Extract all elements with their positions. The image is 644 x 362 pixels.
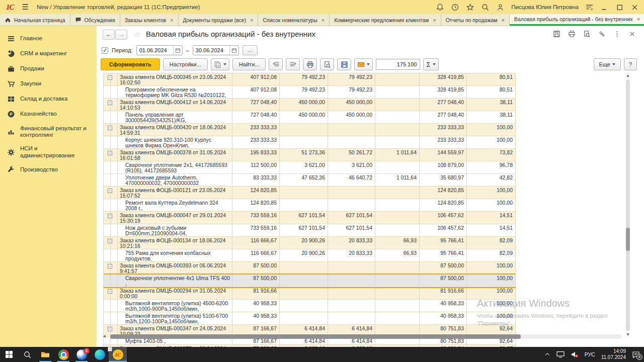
close-tab-icon[interactable] — [628, 30, 636, 38]
value-cell-3[interactable] — [375, 136, 420, 148]
value-cell-1[interactable]: 450 000,00 — [280, 99, 328, 111]
tree-cell[interactable]: − — [104, 149, 118, 161]
tab-2[interactable]: Заказы клиентов× — [120, 14, 179, 26]
value-cell-0[interactable]: 40 958,33 — [232, 312, 280, 324]
tab-close-icon[interactable]: × — [321, 17, 325, 23]
tree-cell[interactable]: − — [104, 124, 118, 136]
value-cell-4[interactable]: 108 879,00 — [420, 161, 467, 173]
favorites-star-icon[interactable] — [466, 3, 474, 12]
value-cell-2[interactable]: 50 261,72 — [328, 149, 375, 161]
value-cell-5[interactable]: 80,51 — [467, 73, 516, 85]
order-name[interactable]: Заказ клиента ОМЦБ-000420 от 18.06.2024 … — [118, 124, 232, 136]
value-cell-4[interactable]: 87 500,00 — [420, 262, 467, 274]
value-cell-2[interactable] — [328, 300, 375, 312]
calendar-icon[interactable] — [229, 46, 238, 55]
value-cell-5[interactable]: 38,11 — [467, 99, 516, 111]
sidebar-item-5[interactable]: PКазначейство — [0, 107, 97, 122]
value-cell-1[interactable]: 20 900,26 — [280, 249, 328, 261]
value-cell-4[interactable]: 233 333,33 — [420, 136, 467, 148]
value-cell-0[interactable]: 83 333,33 — [232, 174, 280, 186]
value-cell-5[interactable]: 82,09 — [467, 237, 516, 249]
value-cell-2[interactable] — [328, 275, 375, 287]
value-cell-3[interactable]: 1 011,64 — [375, 149, 420, 161]
settings-button[interactable]: Настройки... — [163, 58, 208, 70]
save-result-button[interactable] — [337, 58, 351, 70]
back-button[interactable]: ← — [103, 30, 115, 40]
tab-5[interactable]: Коммерческие предложения клиентам× — [330, 14, 441, 26]
product-row[interactable]: Корпус шнеков 920.310-100 Курпус шнеков … — [104, 136, 516, 149]
sidebar-item-2[interactable]: Продажи — [0, 61, 97, 76]
tab-3[interactable]: Документы продажи (все)× — [179, 14, 259, 26]
forward-button[interactable]: → — [115, 30, 127, 40]
calendar-icon[interactable] — [173, 46, 182, 55]
current-user-name[interactable]: Писцова Юлия Петровна — [511, 4, 579, 10]
tray-volume-muted-icon[interactable] — [571, 351, 579, 358]
order-group-row[interactable]: −Заказ клиента ОМЦБ-000047 от 29.01.2024… — [104, 212, 516, 224]
value-cell-4[interactable]: 106 457,62 — [420, 224, 467, 236]
product-row[interactable]: Сварочное уплотнение 2х1, 44172685593 (R… — [104, 161, 516, 174]
value-cell-1[interactable]: 627 101,54 — [280, 212, 328, 224]
value-cell-0[interactable]: 733 559,16 — [232, 212, 280, 224]
order-group-row[interactable]: −Заказ клиента ОМЦБ-000294 от 31.05.2024… — [104, 287, 516, 300]
value-cell-2[interactable] — [328, 136, 375, 148]
value-cell-2[interactable] — [328, 187, 375, 199]
sidebar-item-1[interactable]: CRM и маркетинг — [0, 46, 97, 61]
value-cell-5[interactable]: 100,00 — [467, 275, 516, 287]
value-cell-3[interactable] — [375, 199, 420, 211]
product-row[interactable]: Програмное обеспечение на термоформер MK… — [104, 86, 516, 99]
taskbar-search-icon[interactable] — [18, 347, 36, 362]
collapse-minus-icon[interactable]: − — [108, 75, 112, 80]
date-to-value[interactable]: 30.06.2024 — [193, 47, 229, 53]
value-cell-4[interactable]: 40 958,33 — [420, 300, 467, 312]
order-name[interactable]: Заказ клиента ОМЦБ-000393 от 06.06.2024 … — [118, 262, 232, 274]
value-cell-5[interactable]: 100,00 — [467, 300, 516, 312]
tree-cell[interactable]: − — [104, 287, 118, 299]
value-cell-2[interactable]: 450 000,00 — [328, 111, 375, 123]
value-cell-4[interactable]: 87 500,00 — [420, 275, 467, 287]
value-cell-5[interactable]: 100,00 — [467, 124, 516, 136]
value-cell-3[interactable] — [375, 99, 420, 111]
sidebar-item-6[interactable]: Финансовый результат и контроллинг — [0, 122, 97, 142]
order-name[interactable]: Заказ клиента ОМЦБ-000294 от 31.05.2024 … — [118, 287, 232, 299]
print-preview-button[interactable] — [320, 58, 334, 70]
chrome-icon[interactable] — [54, 347, 72, 362]
value-cell-1[interactable] — [280, 300, 328, 312]
order-group-row[interactable]: −Заказ клиента ФОЦБ-000134 от 18.06.2024… — [104, 237, 516, 249]
order-group-row[interactable]: −Заказ клиента ОМЦБ-000393 от 06.06.2024… — [104, 262, 516, 275]
value-cell-5[interactable]: 73,82 — [467, 149, 516, 161]
value-cell-3[interactable]: 1 011,64 — [375, 174, 420, 186]
value-cell-0[interactable]: 233 333,33 — [232, 124, 280, 136]
value-cell-3[interactable] — [375, 300, 420, 312]
vscroll-thumb[interactable] — [626, 228, 630, 251]
value-cell-2[interactable] — [328, 312, 375, 324]
product-name[interactable]: Панель управления арт 3000054439(543251)… — [118, 111, 232, 123]
value-cell-3[interactable] — [375, 212, 420, 224]
history-icon[interactable] — [451, 3, 459, 12]
value-cell-3[interactable] — [375, 111, 420, 123]
mail-app-icon[interactable]: 6 — [72, 347, 91, 362]
tray-display-icon[interactable] — [556, 351, 565, 358]
tab-close-icon[interactable]: × — [170, 17, 173, 23]
value-cell-0[interactable]: 727 048,40 — [232, 99, 280, 111]
value-cell-1[interactable] — [280, 275, 328, 287]
value-cell-5[interactable]: 100,00 — [467, 312, 516, 324]
value-cell-1[interactable]: 51 273,36 — [280, 149, 328, 161]
product-row[interactable]: Вытяжной вентилятор (улитка) 4500-6200 m… — [104, 300, 516, 312]
value-cell-0[interactable]: 112 500,00 — [232, 161, 280, 173]
value-cell-3[interactable] — [375, 187, 420, 199]
value-cell-5[interactable]: 38,11 — [467, 111, 516, 123]
find-button[interactable]: Найти... — [232, 58, 266, 70]
action-center-icon[interactable]: 8 — [632, 351, 640, 358]
collapse-minus-icon[interactable]: − — [108, 239, 112, 243]
value-cell-2[interactable] — [328, 124, 375, 136]
print-icon[interactable] — [568, 30, 576, 38]
more-kebab-icon[interactable] — [613, 30, 621, 38]
value-cell-4[interactable]: 124 820,85 — [420, 187, 467, 199]
value-cell-1[interactable] — [280, 262, 328, 274]
tab-close-icon[interactable]: × — [433, 17, 436, 23]
value-cell-1[interactable] — [280, 136, 328, 148]
tab-7[interactable]: Валовая прибыль организаций - без внутре… — [510, 14, 644, 26]
report-variant-button[interactable] — [211, 58, 229, 70]
product-row[interactable]: Вытяжной вентилятор (улитка) 5100-6700 m… — [104, 312, 516, 325]
value-cell-2[interactable]: 627 101,54 — [328, 224, 375, 236]
